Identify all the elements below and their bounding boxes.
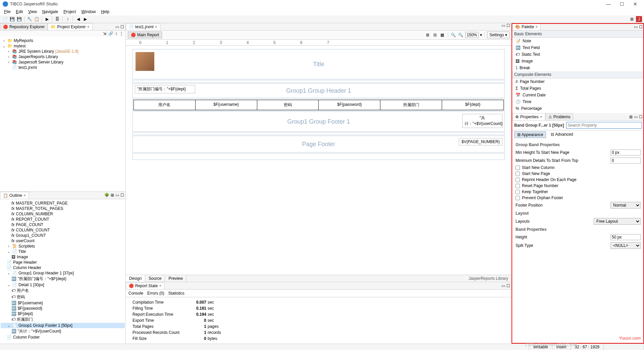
palette-section[interactable]: Composite Elements <box>512 71 644 78</box>
tree-file[interactable]: 📄 test1.jrxml <box>1 65 125 70</box>
close-icon[interactable]: × <box>535 25 538 29</box>
grid-icon[interactable]: ⊟ <box>432 32 438 38</box>
outline-node[interactable]: ⌄📄 Group1 Group Header 1 [37px] <box>1 270 125 276</box>
menu-icon[interactable]: ⋮ <box>119 31 123 36</box>
palette-item[interactable]: 🔤 Text Field <box>512 44 644 51</box>
outline-var[interactable]: fx REPORT_COUNT <box>1 217 125 222</box>
nav-icon[interactable]: ◀ <box>75 16 81 22</box>
palette-item[interactable]: 🏷 Static Text <box>512 51 644 58</box>
text-element[interactable]: "所属部门编号："+$F{dept} <box>135 85 195 93</box>
tree-lib[interactable]: ›📚 JasperReports Library <box>1 54 125 59</box>
palette-item[interactable]: 🖼 Image <box>512 58 644 64</box>
cell[interactable]: 密码 <box>257 100 319 110</box>
outline-var[interactable]: fx Group1_COUNT <box>1 233 125 238</box>
tool-icon[interactable]: 🔧 <box>26 16 33 22</box>
cell[interactable]: $F{username} <box>196 100 257 110</box>
design-canvas[interactable]: 01234567 Title "所属部门编号："+$F{dept} Group1… <box>126 40 512 275</box>
text-element[interactable]: $V{PAGE_NUMBER} <box>459 138 502 145</box>
cell[interactable]: 所属部门 <box>380 100 442 110</box>
grid-icon[interactable]: ⊞ <box>425 32 431 38</box>
outline-var[interactable]: fx MASTER_CURRENT_PAGE <box>1 201 125 206</box>
outline-node[interactable]: ⌄📄 Detail 1 [30px] <box>1 282 125 288</box>
maximize-icon[interactable]: ☐ <box>120 25 124 29</box>
chk-keep-together[interactable] <box>516 190 520 194</box>
chk-prevent-orphan[interactable] <box>516 196 520 200</box>
minimize-icon[interactable]: ▭ <box>115 25 119 29</box>
search-property-input[interactable] <box>566 122 642 129</box>
menu-view[interactable]: View <box>26 9 39 15</box>
chk-reprint-header[interactable] <box>516 178 520 182</box>
nav-icon[interactable]: ▶ <box>82 16 88 22</box>
tab-palette[interactable]: 🎨 Palette × <box>512 23 541 30</box>
max-icon[interactable]: ☐ <box>506 23 510 30</box>
min-icon[interactable]: ▭ <box>634 25 638 29</box>
palette-item[interactable]: # Page Number <box>512 78 644 85</box>
max-icon[interactable]: ☐ <box>639 115 643 119</box>
tree-folder[interactable]: ⌄📁 mytest <box>1 43 125 49</box>
outline-node[interactable]: 📄 Column Header <box>1 265 125 270</box>
tab-problems[interactable]: ⚠ Problems <box>545 113 574 120</box>
image-element[interactable] <box>136 52 154 71</box>
tree-folder[interactable]: ›📁 MyReports <box>1 38 125 43</box>
view-icon[interactable]: ⊞ <box>111 193 114 198</box>
cell[interactable]: 用户名 <box>134 100 196 110</box>
palette-item[interactable]: 📝 Note <box>512 38 644 44</box>
sort-icon[interactable]: ↕ <box>65 16 71 22</box>
tab-preview[interactable]: Preview <box>165 275 186 282</box>
chk-start-new-col[interactable] <box>516 166 520 170</box>
icon[interactable]: ⊞ <box>629 115 633 119</box>
tab-source[interactable]: Source <box>145 275 165 282</box>
text-element[interactable]: "共计："+$V{userCount} <box>462 114 502 128</box>
sql-icon[interactable]: 🗄 <box>54 16 60 22</box>
outline-node[interactable]: 🏷 所属部门 <box>1 316 125 323</box>
outline-node[interactable]: 📄 Column Footer <box>1 335 125 340</box>
menu-edit[interactable]: Edit <box>14 9 25 15</box>
close-icon[interactable]: × <box>159 283 161 288</box>
tab-design[interactable]: Design <box>126 275 145 282</box>
close-icon[interactable]: × <box>23 193 26 198</box>
max-icon[interactable]: ☐ <box>120 193 124 198</box>
footer-pos-select[interactable]: Normal <box>610 202 641 209</box>
min-details-input[interactable] <box>610 158 641 164</box>
minimize-button[interactable]: — <box>605 1 612 7</box>
min-height-input[interactable] <box>610 149 641 156</box>
outline-node-selected[interactable]: ⌄📄 Group1 Group Footer 1 [50px] <box>1 323 125 328</box>
main-report-button[interactable]: 🔴 Main Report <box>128 32 162 38</box>
tab-console[interactable]: Console <box>128 291 143 296</box>
tab-statistics[interactable]: Statistics <box>168 291 184 296</box>
palette-item[interactable]: 📅 Current Date <box>512 92 644 98</box>
outline-var[interactable]: fx PAGE_COUNT <box>1 222 125 227</box>
close-icon[interactable]: × <box>540 115 542 119</box>
perspective-icon[interactable]: ⊞ <box>629 16 635 22</box>
tree-lib[interactable]: ›📚 JRE System Library [JavaSE-1.8] <box>1 49 125 54</box>
close-icon[interactable]: × <box>87 25 90 29</box>
close-icon[interactable]: × <box>155 25 157 29</box>
tab-errors[interactable]: Errors (0) <box>147 291 164 296</box>
outline-node[interactable]: 🔤 $F{dept} <box>1 311 125 316</box>
outline-node[interactable]: 🖼 Image <box>1 254 125 260</box>
outline-node[interactable]: 📄 Page Header <box>1 260 125 265</box>
tool-icon[interactable]: 📋 <box>34 16 40 22</box>
outline-node[interactable]: ⌄📄 Title <box>1 249 125 254</box>
outline-node[interactable]: 🔤 "所属部门编号："+$F{dept} <box>1 276 125 282</box>
outline-node[interactable]: 🔤 "共计："+$V{userCount} <box>1 328 125 335</box>
layouts-select[interactable]: Free Layout <box>594 218 641 225</box>
build-icon[interactable]: ▶ <box>44 16 50 22</box>
save-icon[interactable]: 💾 <box>9 16 15 22</box>
min-icon[interactable]: ▭ <box>634 115 638 119</box>
palette-section[interactable]: Basic Elements <box>512 31 644 38</box>
cell[interactable]: $F{password} <box>319 100 380 110</box>
chk-reset-page[interactable] <box>516 184 520 188</box>
new-icon[interactable]: 📄 <box>2 16 8 22</box>
editor-tab[interactable]: 📄 test1.jrxml × <box>126 23 160 30</box>
outline-var[interactable]: fx COLUMN_NUMBER <box>1 211 125 217</box>
maximize-button[interactable]: ☐ <box>619 1 625 7</box>
grid-icon[interactable]: ▦ <box>439 32 445 38</box>
split-select[interactable]: <NULL> <box>610 242 641 249</box>
min-icon[interactable]: ▭ <box>501 283 505 288</box>
menu-project[interactable]: Project <box>61 9 78 15</box>
settings-button[interactable]: Settings ▾ <box>487 32 509 38</box>
menu-navigate[interactable]: Navigate <box>40 9 60 15</box>
max-icon[interactable]: ☐ <box>506 283 510 288</box>
zoom-input[interactable]: 150% <box>465 32 479 38</box>
